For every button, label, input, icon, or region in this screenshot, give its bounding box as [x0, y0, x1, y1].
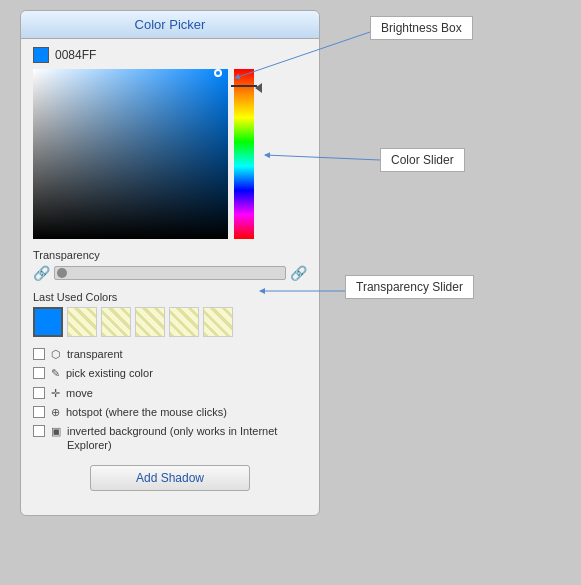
panel-title: Color Picker — [21, 11, 319, 39]
transparency-row: 🔗 🔗 — [33, 265, 307, 281]
hex-value: 0084FF — [55, 48, 96, 62]
icon-hotspot: ⊕ — [51, 405, 60, 419]
last-used-swatches — [33, 307, 307, 337]
transparency-label: Transparency — [33, 249, 307, 261]
swatch-hatched-4[interactable] — [169, 307, 199, 337]
swatch-hatched-2[interactable] — [101, 307, 131, 337]
saturation-box[interactable] — [33, 69, 228, 239]
option-transparent: ⬡ transparent — [33, 347, 307, 361]
label-hotspot: hotspot (where the mouse clicks) — [66, 405, 227, 419]
checkbox-transparent[interactable] — [33, 348, 45, 360]
option-move: ✛ move — [33, 386, 307, 400]
color-picker-panel: Color Picker 0084FF Transparency — [20, 10, 320, 516]
checkbox-pick-existing[interactable] — [33, 367, 45, 379]
option-hotspot: ⊕ hotspot (where the mouse clicks) — [33, 405, 307, 419]
transparency-left-icon: 🔗 — [33, 265, 50, 281]
last-used-label: Last Used Colors — [33, 291, 307, 303]
hue-arrow — [255, 83, 262, 93]
option-pick-existing: ✎ pick existing color — [33, 366, 307, 380]
icon-pick-existing: ✎ — [51, 366, 60, 380]
add-shadow-button[interactable]: Add Shadow — [90, 465, 250, 491]
saturation-gradient — [33, 69, 228, 239]
callout-color-slider: Color Slider — [380, 148, 465, 172]
hue-slider[interactable] — [234, 69, 254, 239]
outer-container: Color Picker 0084FF Transparency — [0, 0, 581, 585]
swatch-active[interactable] — [33, 307, 63, 337]
checkbox-hotspot[interactable] — [33, 406, 45, 418]
hex-row: 0084FF — [33, 47, 307, 63]
callout-brightness-box: Brightness Box — [370, 16, 473, 40]
label-transparent: transparent — [67, 347, 123, 361]
icon-move: ✛ — [51, 386, 60, 400]
checkbox-move[interactable] — [33, 387, 45, 399]
transparency-slider-track[interactable] — [54, 266, 286, 280]
swatch-hatched-5[interactable] — [203, 307, 233, 337]
transparency-right-icon: 🔗 — [290, 265, 307, 281]
hue-cursor — [231, 85, 257, 89]
icon-inverted-bg: ▣ — [51, 424, 61, 438]
label-pick-existing: pick existing color — [66, 366, 153, 380]
transparency-slider-thumb — [57, 268, 67, 278]
label-move: move — [66, 386, 93, 400]
swatch-hatched-1[interactable] — [67, 307, 97, 337]
panel-body: 0084FF Transparency 🔗 🔗 — [21, 39, 319, 499]
color-area — [33, 69, 307, 239]
checkbox-inverted-bg[interactable] — [33, 425, 45, 437]
options-list: ⬡ transparent ✎ pick existing color ✛ mo… — [33, 347, 307, 453]
icon-transparent: ⬡ — [51, 347, 61, 361]
callout-transparency-slider: Transparency Slider — [345, 275, 474, 299]
hex-swatch — [33, 47, 49, 63]
label-inverted-bg: inverted background (only works in Inter… — [67, 424, 307, 453]
swatch-hatched-3[interactable] — [135, 307, 165, 337]
option-inverted-bg: ▣ inverted background (only works in Int… — [33, 424, 307, 453]
last-used-section: Last Used Colors — [33, 291, 307, 337]
